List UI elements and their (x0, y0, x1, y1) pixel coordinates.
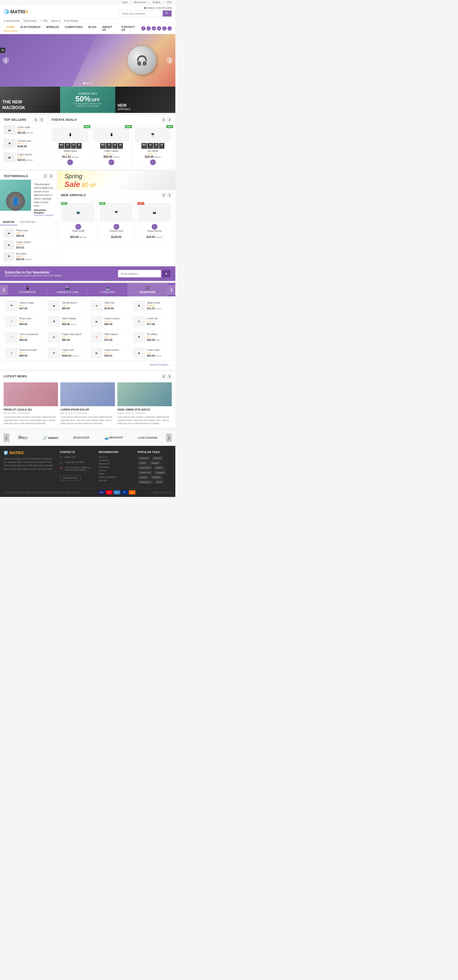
promo-summer-cta: SHOP ALL YOU WANT (76, 105, 99, 107)
newsletter-submit[interactable]: ➤ (162, 270, 171, 277)
cat-tab-cameras[interactable]: 📷 Cameras & Lens (48, 283, 88, 296)
social-google[interactable]: g (152, 26, 156, 30)
add-to-cart-3[interactable]: 🛒 (150, 159, 156, 165)
settings-button[interactable]: ⚙ (0, 48, 5, 53)
slider-dot-3[interactable] (90, 82, 92, 84)
topbar-login[interactable]: Login (122, 1, 127, 3)
tag-mauri[interactable]: Mauri Elite (138, 466, 152, 470)
promo-summer-sale[interactable]: SUMMER SALE 50% OFF ON SELECTED PRODUCTS… (60, 87, 116, 113)
nav-contact-us[interactable]: CONTACT US (119, 23, 141, 33)
social-twitter[interactable]: t (146, 26, 151, 30)
info-link-policy[interactable]: Policy (98, 473, 133, 475)
cat-tab-automotive[interactable]: 📱 Automotive (8, 283, 48, 296)
info-link-account[interactable]: My account (98, 463, 133, 465)
social-pinterest[interactable]: p (157, 26, 161, 30)
footer-address: 109 King Street, Melbourne Victoria 3000… (65, 466, 94, 471)
brand-market[interactable]: 🛒MARKET (43, 435, 59, 440)
arrival-price-3: $16.51 (146, 235, 155, 239)
tag-tempus[interactable]: Tempus (152, 457, 163, 460)
nav-electronics[interactable]: ELECTRONICS (17, 23, 43, 31)
brand-maxshop[interactable]: MAXSHOP (73, 436, 90, 439)
subnav-gifts[interactable]: ☆ Gifts (40, 19, 48, 22)
news-next[interactable]: ❯ (167, 374, 172, 379)
info-link-contact[interactable]: Contact Us (98, 459, 133, 461)
tag-pedent[interactable]: Pedent (138, 476, 149, 479)
tag-hallbam[interactable]: Hallbam (151, 476, 162, 479)
add-to-cart-2[interactable]: 🛒 (109, 159, 114, 165)
subnav-today-deals[interactable]: Today Deals (23, 19, 36, 22)
product-item-7: 📷 Ocean corned ★★☆☆☆ $86.00 (88, 313, 130, 329)
nav-about-us[interactable]: ABOUT US (100, 23, 119, 33)
arrival-cart-2[interactable]: 🛒 (114, 224, 119, 230)
subnav-about[interactable]: About us (51, 19, 60, 22)
info-link-sitemap[interactable]: Site Map (98, 479, 133, 482)
arrival-cart-3[interactable]: 🛒 (152, 224, 157, 230)
cat-tab-computer[interactable]: 💻 Computer (88, 283, 128, 296)
brands-prev[interactable]: ❮ (3, 433, 9, 442)
promo-macbook[interactable]: THE NEW MACBOOK (0, 87, 60, 113)
top-sellers-next[interactable]: ❯ (39, 117, 44, 122)
news-prev[interactable]: ❮ (161, 374, 166, 379)
tab-top-rating[interactable]: TOP RATING (17, 220, 39, 225)
tag-fuisce[interactable]: Fuisce Veli (138, 471, 152, 474)
search-button[interactable]: 🔍 (163, 11, 171, 16)
new-arrivals-prev[interactable]: ❮ (161, 192, 166, 197)
arrival-cart-1[interactable]: 🛒 (75, 224, 81, 230)
topbar-usd[interactable]: USD (167, 1, 172, 3)
newsletter-title: Subscribe to Our Newsletter (5, 270, 114, 274)
info-link-info[interactable]: Information (98, 466, 133, 468)
tag-volupt[interactable]: Volupt (138, 461, 148, 465)
tag-vivamus[interactable]: Vivamus (138, 457, 150, 460)
hero-prev-button[interactable]: ❮ (2, 57, 9, 64)
brand-medashop[interactable]: 🛋️MEDASHOP (105, 436, 123, 440)
top-sellers-prev[interactable]: ❮ (33, 117, 38, 122)
header-phone: ☎ Hotline: 0148 456 2868 (144, 7, 172, 9)
brand-love-fashion[interactable]: LOVE FASHION (138, 436, 157, 439)
product-item-11: 🍖 Fillet mignon ★★☆☆☆ $72.00 (88, 329, 130, 345)
info-link-privacy[interactable]: Privacy (98, 469, 133, 472)
cat-next-btn[interactable]: ❯ (168, 285, 175, 294)
tag-elementum[interactable]: Elementum (138, 480, 153, 484)
tag-morbi[interactable]: Morbi (155, 480, 164, 484)
brand-macy[interactable]: Macy (18, 435, 28, 440)
tab-random[interactable]: RANDOM (0, 220, 17, 225)
brands-next[interactable]: ❯ (166, 433, 172, 442)
social-rss[interactable]: r (168, 26, 172, 30)
cat-tab-headphone[interactable]: 🎧 Headphone (128, 283, 168, 296)
todays-deals-prev[interactable]: ❮ (161, 117, 166, 122)
promo-new-arrivals[interactable]: NEW ARRIVALS (115, 87, 175, 113)
nav-blog[interactable]: BLOG (86, 23, 100, 31)
tag-nullam[interactable]: Nullam (154, 466, 164, 470)
subnav-prom-months[interactable]: Prom Months (64, 19, 78, 22)
info-link-terms[interactable]: Terms & conditions (98, 476, 133, 478)
testimonials-prev[interactable]: ❮ (43, 173, 48, 178)
contact-us-btn[interactable]: Contact Us › (60, 476, 81, 481)
slider-dot-1[interactable] (84, 82, 86, 84)
testimonials-next[interactable]: ❯ (49, 173, 54, 178)
new-arrivals-next[interactable]: ❯ (167, 192, 172, 197)
seller-img-2: 🖥️ (3, 139, 16, 148)
hero-next-button[interactable]: ❯ (166, 57, 173, 64)
newsletter-email-input[interactable] (118, 270, 161, 277)
topbar-english[interactable]: English (152, 1, 160, 3)
news-img-1 (3, 382, 58, 406)
social-instagram[interactable]: i (162, 26, 166, 30)
subnav-new-arrivals[interactable]: ★ New Arrivals (3, 19, 19, 22)
social-facebook[interactable]: f (141, 26, 146, 30)
nav-mobiles[interactable]: MOBILES (43, 23, 62, 31)
info-link-about[interactable]: About Us (98, 456, 133, 458)
add-to-cart-1[interactable]: 🛒 (67, 159, 73, 165)
news-text-2: Lorem ipsum dolor sit amet, consectetur … (60, 415, 115, 425)
nav-computers[interactable]: COMPUTERS (62, 23, 86, 31)
slider-dot-2[interactable] (87, 82, 89, 84)
nav-home[interactable]: HOME (3, 23, 17, 31)
tag-suspen[interactable]: Suspen (150, 461, 161, 465)
view-all-products[interactable]: View All Products › (150, 363, 170, 366)
payment-discover: DIS (129, 490, 135, 495)
tag-volutaim[interactable]: Volutaim (154, 471, 166, 474)
logo[interactable]: 🧊 MATRIX (3, 9, 29, 14)
cat-prev-btn[interactable]: ❮ (0, 285, 8, 294)
search-input[interactable] (120, 11, 163, 16)
topbar-my-account[interactable]: My Account (134, 1, 146, 3)
todays-deals-next[interactable]: ❯ (167, 117, 172, 122)
